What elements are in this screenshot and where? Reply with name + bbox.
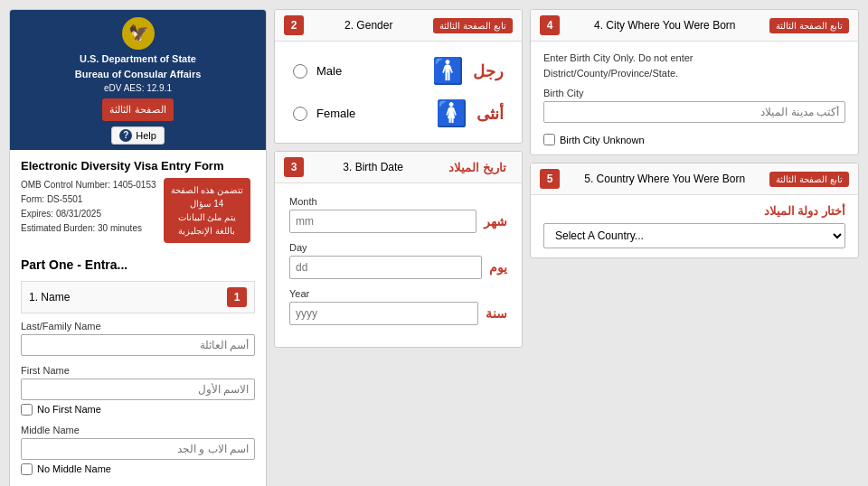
female-label: Female bbox=[316, 107, 427, 120]
birth-date-box: 3 3. Birth Date تاريخ الميلاد Month شهر … bbox=[274, 151, 523, 348]
birth-country-num: 5 bbox=[540, 169, 560, 189]
gender-num: 2 bbox=[284, 15, 304, 35]
birth-date-body: Month شهر Day يوم Year سنة bbox=[275, 183, 522, 347]
help-icon: ? bbox=[119, 129, 132, 142]
month-arabic: شهر bbox=[484, 214, 507, 229]
gender-arabic-page: تابع الصفحة الثالثة bbox=[433, 18, 513, 33]
year-arabic: سنة bbox=[486, 306, 507, 321]
day-arabic: يوم bbox=[489, 260, 507, 275]
year-input[interactable] bbox=[289, 302, 478, 325]
department-name: U.S. Department of State bbox=[15, 51, 260, 67]
day-label: Day bbox=[289, 242, 507, 253]
day-group: Day يوم bbox=[289, 242, 507, 279]
birth-date-num: 3 bbox=[284, 157, 304, 177]
gender-options: Male 🚹 رجل Female 🚺 أنثى bbox=[275, 42, 522, 143]
birth-date-arabic-title: تاريخ الميلاد bbox=[442, 158, 513, 177]
left-panel: 🦅 U.S. Department of State Bureau of Con… bbox=[9, 9, 267, 486]
aes-version: eDV AES: 12.9.1 bbox=[15, 81, 260, 95]
male-arabic: رجل bbox=[473, 61, 504, 81]
female-row: Female 🚺 أنثى bbox=[293, 98, 504, 128]
first-name-label: First Name bbox=[21, 365, 255, 376]
birth-city-num: 4 bbox=[540, 15, 560, 35]
birth-city-input[interactable] bbox=[543, 101, 845, 123]
middle-name-input[interactable] bbox=[21, 438, 255, 460]
birth-country-header: 5 5. Country Where You Were Born تابع ال… bbox=[531, 164, 858, 195]
help-button[interactable]: ? Help bbox=[111, 126, 165, 145]
day-input-row: يوم bbox=[289, 256, 507, 279]
gender-header: 2 2. Gender تابع الصفحة الثالثة bbox=[275, 10, 522, 42]
mid-panel: 2 2. Gender تابع الصفحة الثالثة Male 🚹 ر… bbox=[274, 9, 523, 486]
gender-title: 2. Gender bbox=[344, 19, 392, 32]
no-middle-name-row: No Middle Name bbox=[21, 463, 255, 475]
birth-city-label: Birth City bbox=[543, 88, 845, 98]
country-arabic-hint: أختار دولة الميلاد bbox=[543, 204, 845, 218]
birth-city-unknown-row: Birth City Unknown bbox=[543, 134, 845, 145]
section1-title: 1. Name bbox=[29, 291, 70, 304]
gender-box: 2 2. Gender تابع الصفحة الثالثة Male 🚹 ر… bbox=[274, 9, 523, 144]
birth-city-unknown-checkbox[interactable] bbox=[543, 134, 555, 145]
form-title: Electronic Diversity Visa Entry Form bbox=[21, 159, 255, 173]
male-radio[interactable] bbox=[293, 64, 307, 79]
birth-country-box: 5 5. Country Where You Were Born تابع ال… bbox=[530, 163, 859, 258]
section1-num: 1 bbox=[227, 287, 247, 307]
day-input[interactable] bbox=[289, 256, 482, 279]
birth-city-unknown-label: Birth City Unknown bbox=[560, 135, 645, 145]
seal: 🦅 bbox=[122, 17, 155, 50]
month-input[interactable] bbox=[289, 210, 476, 233]
birth-date-header: 3 3. Birth Date تاريخ الميلاد bbox=[275, 152, 522, 183]
birth-city-header: 4 4. City Where You Were Born تابع الصفح… bbox=[531, 10, 858, 42]
birth-city-body: Enter Birth City Only. Do not enter Dist… bbox=[531, 42, 858, 154]
first-name-group: First Name No First Name bbox=[21, 365, 255, 416]
birth-city-title: 4. City Where You Were Born bbox=[594, 19, 736, 32]
month-input-row: شهر bbox=[289, 210, 507, 233]
no-first-name-checkbox[interactable] bbox=[21, 404, 33, 416]
birth-country-body: أختار دولة الميلاد Select A Country... A… bbox=[531, 195, 858, 257]
birth-date-title: 3. Birth Date bbox=[343, 161, 403, 173]
info-badge: تتضمن هذه الصفحة 14 سؤال يتم ملئ البيانا… bbox=[164, 178, 251, 243]
birth-country-title: 5. Country Where You Were Born bbox=[584, 173, 745, 185]
bureau-name: Bureau of Consular Affairs bbox=[15, 67, 260, 82]
female-icon: 🚺 bbox=[436, 98, 467, 128]
middle-name-group: Middle Name No Middle Name bbox=[21, 425, 255, 475]
male-icon: 🚹 bbox=[432, 56, 464, 86]
month-group: Month شهر bbox=[289, 196, 507, 233]
birth-city-box: 4 4. City Where You Were Born تابع الصفح… bbox=[530, 9, 859, 155]
year-input-row: سنة bbox=[289, 302, 507, 325]
birth-city-arabic-page: تابع الصفحة الثالثة bbox=[769, 18, 849, 33]
male-label: Male bbox=[316, 64, 423, 78]
first-name-input[interactable] bbox=[21, 379, 255, 400]
birth-country-arabic-page: تابع الصفحة الثالثة bbox=[769, 172, 849, 187]
female-arabic: أنثى bbox=[476, 104, 504, 124]
last-name-group: Last/Family Name bbox=[21, 321, 255, 356]
gov-header: 🦅 U.S. Department of State Bureau of Con… bbox=[10, 10, 266, 150]
month-label: Month bbox=[289, 196, 507, 207]
no-middle-name-checkbox[interactable] bbox=[21, 463, 33, 475]
meta-info: OMB Control Number: 1405-0153 Form: DS-5… bbox=[21, 178, 156, 236]
part-one-label: Part One - Entra... bbox=[21, 257, 255, 272]
female-radio[interactable] bbox=[293, 107, 307, 121]
country-select[interactable]: Select A Country... Afghanistan Albania … bbox=[543, 223, 845, 248]
right-panel: 4 4. City Where You Were Born تابع الصفح… bbox=[530, 9, 859, 486]
left-content: Electronic Diversity Visa Entry Form OMB… bbox=[10, 150, 266, 487]
no-first-name-label: No First Name bbox=[37, 404, 101, 415]
male-row: Male 🚹 رجل bbox=[293, 56, 504, 86]
year-label: Year bbox=[289, 288, 507, 299]
last-name-label: Last/Family Name bbox=[21, 321, 255, 332]
arabic-page-badge-left: الصفحة الثالثة bbox=[102, 98, 173, 121]
no-first-name-row: No First Name bbox=[21, 404, 255, 416]
no-middle-name-label: No Middle Name bbox=[37, 463, 111, 474]
middle-name-label: Middle Name bbox=[21, 425, 255, 435]
birth-city-info: Enter Birth City Only. Do not enter Dist… bbox=[543, 51, 845, 80]
section1-header: 1. Name 1 bbox=[21, 281, 255, 313]
last-name-input[interactable] bbox=[21, 334, 255, 356]
year-group: Year سنة bbox=[289, 288, 507, 325]
